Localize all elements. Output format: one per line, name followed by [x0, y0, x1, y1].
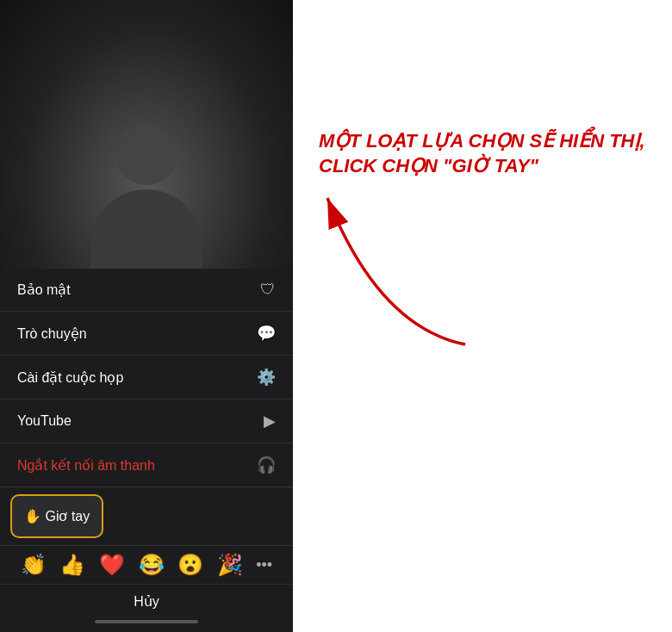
chat-icon: 💬 — [257, 324, 276, 343]
menu-item-security[interactable]: Bảo mật 🛡 — [0, 269, 293, 312]
menu-item-chat[interactable]: Trò chuyện 💬 — [0, 312, 293, 356]
bottom-sheet: Bảo mật 🛡 Trò chuyện 💬 Cài đặt cuộc họp … — [0, 269, 293, 632]
menu-item-settings-label: Cài đặt cuộc họp — [17, 369, 123, 386]
menu-item-security-label: Bảo mật — [17, 282, 71, 298]
silhouette-head — [116, 125, 177, 185]
raise-hand-button[interactable]: ✋ Giơ tay — [10, 494, 103, 538]
emoji-heart[interactable]: ❤️ — [99, 553, 125, 577]
menu-item-audio[interactable]: Ngắt kết nối âm thanh 🎧 — [0, 443, 293, 486]
emoji-wow[interactable]: 😮 — [177, 553, 203, 577]
annotation-panel: MỘT LOẠT LỰA CHỌN SẼ HIỂN THỊ, CLICK CHỌ… — [293, 0, 672, 632]
annotation-line2: CLICK CHỌN "GIỜ TAY" — [319, 154, 645, 179]
home-indicator — [95, 620, 198, 623]
emoji-clap[interactable]: 👏 — [21, 553, 47, 577]
menu-item-settings[interactable]: Cài đặt cuộc họp ⚙️ — [0, 356, 293, 400]
annotation-arrow — [310, 172, 482, 362]
menu-item-youtube[interactable]: YouTube ▶ — [0, 400, 293, 443]
phone-panel: Bảo mật 🛡 Trò chuyện 💬 Cài đặt cuộc họp … — [0, 0, 293, 632]
emoji-laugh[interactable]: 😂 — [139, 553, 165, 577]
cancel-button[interactable]: Hủy — [0, 584, 293, 615]
annotation-text: MỘT LOẠT LỰA CHỌN SẼ HIỂN THỊ, CLICK CHỌ… — [319, 129, 645, 178]
annotation-line1: MỘT LOẠT LỰA CHỌN SẼ HIỂN THỊ, — [319, 129, 645, 154]
headphone-icon: 🎧 — [257, 455, 276, 474]
menu-item-youtube-label: YouTube — [17, 413, 72, 429]
shield-icon: 🛡 — [260, 281, 276, 299]
menu-list: Bảo mật 🛡 Trò chuyện 💬 Cài đặt cuộc họp … — [0, 269, 293, 487]
play-icon: ▶ — [264, 412, 276, 431]
emoji-party[interactable]: 🎉 — [217, 553, 243, 577]
emoji-row: 👏 👍 ❤️ 😂 😮 🎉 ••• — [0, 545, 293, 584]
emoji-more-button[interactable]: ••• — [256, 556, 272, 574]
emoji-thumbsup[interactable]: 👍 — [59, 553, 85, 577]
settings-icon: ⚙️ — [257, 368, 276, 387]
menu-item-chat-label: Trò chuyện — [17, 325, 87, 342]
menu-item-audio-label: Ngắt kết nối âm thanh — [17, 457, 155, 474]
